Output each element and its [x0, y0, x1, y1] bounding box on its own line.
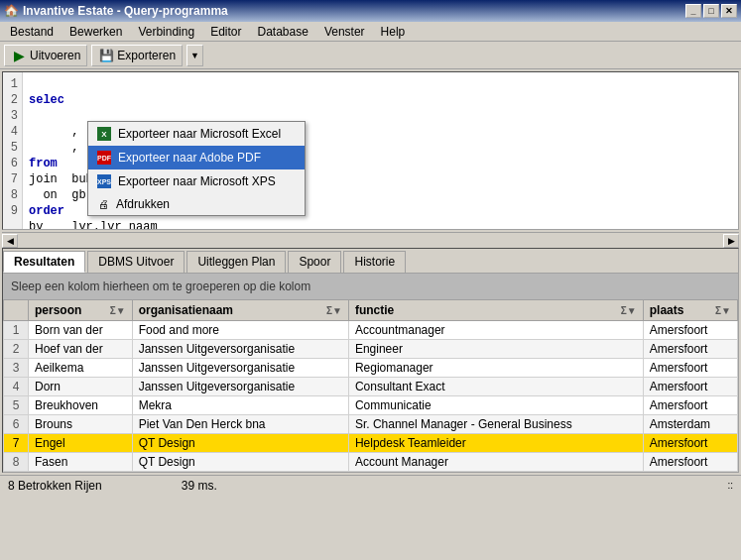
tab-spoor[interactable]: Spoor: [288, 251, 341, 273]
row-num-cell: 4: [4, 378, 29, 396]
table-row[interactable]: 3AeilkemaJanssen Uitgeversorga­nisatieRe…: [4, 359, 738, 378]
table-row[interactable]: 2Hoef van derJanssen Uitgeversorga­nisat…: [4, 340, 738, 359]
tabs: Resultaten DBMS Uitvoer Uitleggen Plan S…: [3, 249, 738, 274]
menu-bewerken[interactable]: Bewerken: [62, 23, 130, 41]
cell-persoon: Breukhoven: [29, 396, 133, 415]
toolbar: ▶ Uitvoeren 💾 Exporteren ▼: [0, 42, 741, 69]
row-num-cell: 7: [4, 434, 29, 453]
export-pdf-item[interactable]: PDF Exporteer naar Adobe PDF: [88, 146, 305, 169]
col-header-num: [4, 300, 29, 321]
scroll-right-btn[interactable]: ▶: [723, 234, 739, 248]
print-item[interactable]: 🖨 Afdrukken: [88, 193, 305, 215]
print-label: Afdrukken: [116, 197, 170, 211]
results-area: Resultaten DBMS Uitvoer Uitleggen Plan S…: [2, 248, 739, 473]
time-label: 39 ms.: [182, 479, 217, 493]
group-bar-text: Sleep een kolom hierheen om te groeperen…: [11, 280, 310, 293]
col-header-persoon[interactable]: persoon Σ▼: [29, 300, 133, 321]
run-button[interactable]: ▶ Uitvoeren: [4, 45, 87, 66]
export-dropdown-menu: X Exporteer naar Microsoft Excel PDF Exp…: [87, 121, 306, 216]
row-num-cell: 3: [4, 359, 29, 378]
export-dropdown-arrow[interactable]: ▼: [186, 45, 203, 66]
cell-functie: Regiomanager: [348, 359, 643, 378]
tab-uitleggen-plan[interactable]: Uitleggen Plan: [186, 251, 286, 273]
cell-plaats: Amersfoort: [643, 434, 737, 453]
export-excel-label: Exporteer naar Microsoft Excel: [118, 127, 281, 141]
sigma-organisatienaam[interactable]: Σ▼: [326, 305, 342, 316]
cell-functie: Helpdesk Teamleider: [348, 434, 643, 453]
status-bar: 8 Betrokken Rijen 39 ms. ::: [0, 475, 741, 495]
close-button[interactable]: ✕: [721, 4, 737, 18]
cell-organisatienaam: Janssen Uitgeversorga­nisatie: [132, 378, 348, 396]
table-row[interactable]: 5BreukhovenMekraCommunicatieAmersfoort: [4, 396, 738, 415]
cell-persoon: Hoef van der: [29, 340, 133, 359]
line-numbers: 1 2 3 4 5 6 7 8 9: [3, 72, 23, 229]
export-icon: 💾: [98, 48, 114, 63]
export-button[interactable]: 💾 Exporteren: [91, 45, 183, 66]
cell-organisatienaam: Janssen Uitgeversorga­nisatie: [132, 340, 348, 359]
table-row[interactable]: 8FasenQT DesignAccount ManagerAmersfoort: [4, 453, 738, 472]
cell-organisatienaam: QT Design: [132, 453, 348, 472]
cell-functie: Consultant Exact: [348, 378, 643, 396]
title-bar-left: 🏠 Invantive Estate - Query-programma: [4, 4, 228, 18]
cell-persoon: Dorn: [29, 378, 133, 396]
export-excel-item[interactable]: X Exporteer naar Microsoft Excel: [88, 122, 305, 146]
menu-bar: Bestand Bewerken Verbinding Editor Datab…: [0, 22, 741, 42]
col-header-functie[interactable]: functie Σ▼: [348, 300, 643, 321]
tab-dbms-uitvoer[interactable]: DBMS Uitvoer: [87, 251, 185, 273]
cell-plaats: Amersfoort: [643, 396, 737, 415]
scroll-left-btn[interactable]: ◀: [2, 234, 18, 248]
resize-handle[interactable]: ::: [727, 480, 733, 491]
menu-bestand[interactable]: Bestand: [2, 23, 62, 41]
sigma-functie[interactable]: Σ▼: [621, 305, 637, 316]
menu-help[interactable]: Help: [373, 23, 414, 41]
row-num-cell: 6: [4, 415, 29, 434]
table-row[interactable]: 6BrounsPiet Van Den Herck bnaSr. Channel…: [4, 415, 738, 434]
menu-verbinding[interactable]: Verbinding: [130, 23, 202, 41]
cell-persoon: Fasen: [29, 453, 133, 472]
row-num-cell: 2: [4, 340, 29, 359]
editor-scrollbar[interactable]: ◀ ▶: [2, 232, 739, 248]
data-table-wrapper[interactable]: persoon Σ▼ organisatienaam Σ▼ functie: [3, 299, 738, 472]
xps-icon: XPS: [96, 173, 112, 189]
cell-functie: Accountmanager: [348, 321, 643, 340]
sigma-persoon[interactable]: Σ▼: [110, 305, 126, 316]
cell-plaats: Amersfoort: [643, 378, 737, 396]
sigma-plaats[interactable]: Σ▼: [715, 305, 731, 316]
cell-plaats: Amsterdam: [643, 415, 737, 434]
tab-historie[interactable]: Historie: [343, 251, 406, 273]
print-icon: 🖨: [96, 197, 110, 211]
table-row[interactable]: 1Born van derFood and moreAccountmanager…: [4, 321, 738, 340]
minimize-button[interactable]: _: [685, 4, 701, 18]
cell-plaats: Amersfoort: [643, 340, 737, 359]
row-num-cell: 5: [4, 396, 29, 415]
cell-plaats: Amersfoort: [643, 321, 737, 340]
cell-persoon: Brouns: [29, 415, 133, 434]
menu-database[interactable]: Database: [250, 23, 316, 41]
excel-icon: X: [96, 126, 112, 142]
group-bar: Sleep een kolom hierheen om te groeperen…: [3, 274, 738, 299]
app-icon: 🏠: [4, 4, 19, 18]
window-title: Invantive Estate - Query-programma: [23, 4, 228, 18]
cell-functie: Communicatie: [348, 396, 643, 415]
export-label: Exporteren: [117, 49, 176, 62]
menu-venster[interactable]: Venster: [316, 23, 373, 41]
cell-functie: Engineer: [348, 340, 643, 359]
cell-organisatienaam: Janssen Uitgeversorga­nisatie: [132, 359, 348, 378]
tab-resultaten[interactable]: Resultaten: [3, 251, 85, 273]
export-xps-label: Exporteer naar Microsoft XPS: [118, 174, 276, 188]
col-header-plaats[interactable]: plaats Σ▼: [643, 300, 737, 321]
table-row[interactable]: 7EngelQT DesignHelpdesk TeamleiderAmersf…: [4, 434, 738, 453]
menu-editor[interactable]: Editor: [202, 23, 249, 41]
maximize-button[interactable]: □: [703, 4, 719, 18]
cell-persoon: Aeilkema: [29, 359, 133, 378]
col-header-organisatienaam[interactable]: organisatienaam Σ▼: [132, 300, 348, 321]
export-pdf-label: Exporteer naar Adobe PDF: [118, 151, 261, 165]
cell-organisatienaam: QT Design: [132, 434, 348, 453]
cell-organisatienaam: Mekra: [132, 396, 348, 415]
row-num-cell: 8: [4, 453, 29, 472]
export-xps-item[interactable]: XPS Exporteer naar Microsoft XPS: [88, 169, 305, 193]
table-row[interactable]: 4DornJanssen Uitgeversorga­nisatieConsul…: [4, 378, 738, 396]
row-num-cell: 1: [4, 321, 29, 340]
title-bar: 🏠 Invantive Estate - Query-programma _ □…: [0, 0, 741, 22]
cell-organisatienaam: Piet Van Den Herck bna: [132, 415, 348, 434]
